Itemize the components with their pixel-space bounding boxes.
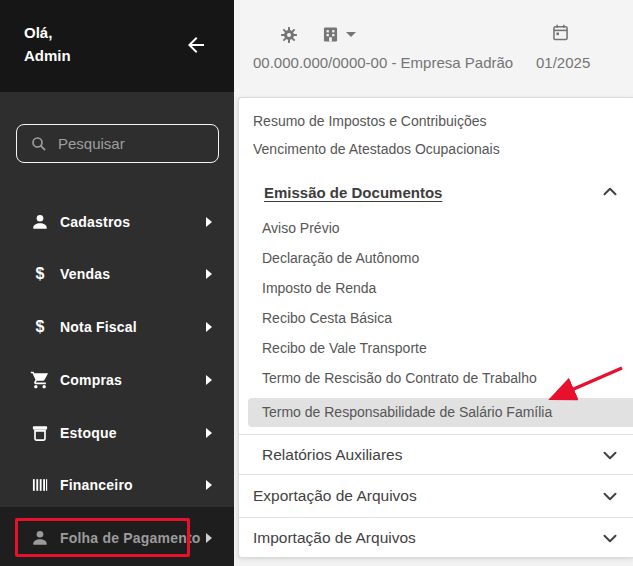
sidebar-item-label: Folha de Pagamento (60, 530, 201, 546)
accordion-exportacao-de-arquivos[interactable]: Exportação de Arquivos (239, 475, 633, 517)
caret-right-icon (206, 533, 212, 543)
sidebar-item-label: Financeiro (60, 477, 133, 493)
caret-right-icon (206, 375, 212, 385)
sidebar-item-financeiro[interactable]: Financeiro (0, 459, 234, 511)
menu-item-declaracao-autonomo[interactable]: Declaração de Autônomo (239, 244, 633, 272)
menu-item-recibo-vale-transporte[interactable]: Recibo de Vale Transporte (239, 334, 633, 362)
shopping-cart-icon (30, 370, 50, 390)
sidebar-item-vendas[interactable]: $ Vendas (0, 248, 234, 300)
accordion-relatorios-auxiliares[interactable]: Relatórios Auxiliares (239, 435, 633, 474)
company-dropdown-caret-icon[interactable] (346, 32, 356, 37)
caret-right-icon (206, 428, 212, 438)
company-identifier: 00.000.000/0000-00 - Empresa Padrão (253, 54, 513, 71)
bar-chart-icon (30, 475, 50, 495)
menu-item-recibo-cesta-basica[interactable]: Recibo Cesta Básica (239, 304, 633, 332)
app-window: Olá, Admin Cadastros $ Vendas $ Nota Fis… (0, 0, 633, 566)
sidebar-item-nota-fiscal[interactable]: $ Nota Fiscal (0, 301, 234, 353)
menu-item-aviso-previo[interactable]: Aviso Prévio (239, 214, 633, 242)
menu-item-termo-responsabilidade-salario-familia[interactable]: Termo de Responsabilidade de Salário Fam… (239, 398, 633, 426)
caret-right-icon (206, 480, 212, 490)
caret-right-icon (206, 322, 212, 332)
accordion-importacao-de-arquivos[interactable]: Importação de Arquivos (239, 518, 633, 558)
sidebar-active-zone: Folha de Pagamento (0, 507, 234, 566)
sidebar-header: Olá, Admin (0, 0, 234, 92)
collapse-sidebar-arrow-icon[interactable] (184, 33, 208, 57)
sidebar-item-label: Nota Fiscal (60, 319, 137, 335)
sidebar-item-label: Vendas (60, 266, 110, 282)
topbar: 00.000.000/0000-00 - Empresa Padrão 01/2… (234, 0, 633, 97)
caret-right-icon (206, 269, 212, 279)
accordion-label: Emissão de Documentos (264, 184, 442, 201)
chevron-down-icon[interactable] (599, 485, 621, 507)
accordion-label: Importação de Arquivos (253, 529, 416, 547)
box-icon (30, 423, 50, 443)
user-greeting: Olá, Admin (24, 21, 71, 67)
sidebar-item-cadastros[interactable]: Cadastros (0, 196, 234, 248)
calendar-icon[interactable] (550, 22, 571, 43)
search-box[interactable] (16, 124, 219, 163)
sidebar-item-label: Cadastros (60, 214, 130, 230)
accordion-label: Exportação de Arquivos (253, 487, 417, 505)
greeting-line1: Olá, (24, 21, 71, 44)
menu-item-imposto-de-renda[interactable]: Imposto de Renda (239, 274, 633, 302)
sidebar: Olá, Admin Cadastros $ Vendas $ Nota Fis… (0, 0, 234, 566)
menu-item-vencimento-atestados[interactable]: Vencimento de Atestados Ocupacionais (239, 135, 633, 163)
person-icon (30, 212, 50, 232)
accordion-label: Relatórios Auxiliares (262, 446, 402, 464)
sidebar-item-label: Estoque (60, 425, 117, 441)
payroll-menu-panel: Resumo de Impostos e Contribuições Venci… (238, 97, 633, 558)
menu-item-termo-rescisao[interactable]: Termo de Rescisão do Contrato de Trabalh… (239, 364, 633, 392)
greeting-line2: Admin (24, 44, 71, 67)
period-value[interactable]: 01/2025 (536, 54, 590, 71)
chevron-up-icon[interactable] (599, 181, 621, 203)
dollar-icon: $ (30, 317, 50, 337)
menu-item-resumo-impostos[interactable]: Resumo de Impostos e Contribuições (239, 107, 633, 135)
gear-icon[interactable] (279, 25, 299, 45)
sidebar-item-label: Compras (60, 372, 122, 388)
search-input[interactable] (58, 135, 257, 152)
company-building-icon[interactable] (320, 24, 341, 45)
caret-right-icon (206, 217, 212, 227)
sidebar-item-estoque[interactable]: Estoque (0, 407, 234, 459)
accordion-emissao-de-documentos[interactable]: Emissão de Documentos (239, 177, 633, 207)
search-icon (30, 135, 48, 153)
chevron-down-icon[interactable] (599, 444, 621, 466)
sidebar-item-compras[interactable]: Compras (0, 354, 234, 406)
dollar-icon: $ (30, 264, 50, 284)
person-icon (30, 528, 50, 548)
chevron-down-icon[interactable] (599, 527, 621, 549)
sidebar-item-folha-de-pagamento[interactable]: Folha de Pagamento (0, 512, 234, 564)
